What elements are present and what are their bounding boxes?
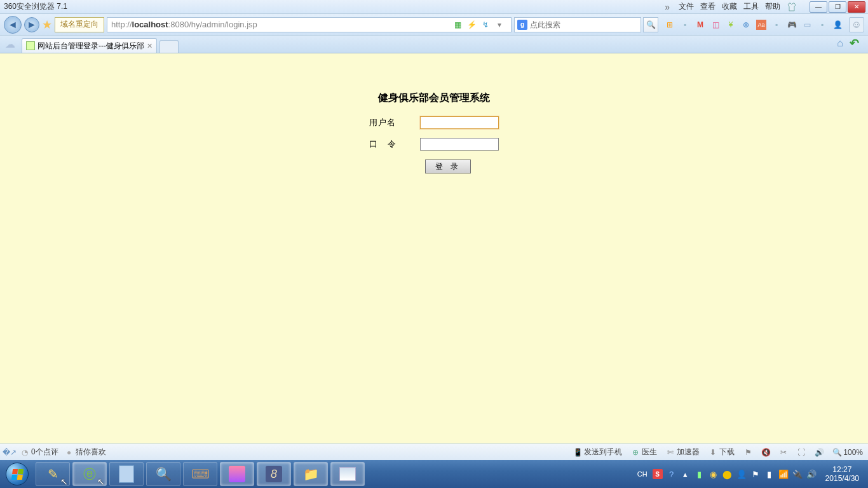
ext-net-icon[interactable]: ⊕: [741, 20, 751, 30]
status-left: �↗ ◔0个点评 ●猜你喜欢: [5, 447, 106, 458]
ext-m-icon[interactable]: M: [695, 20, 705, 30]
doctor-item[interactable]: ⊕医生: [631, 447, 657, 458]
menu-file[interactable]: 文件: [679, 1, 694, 12]
task-item-app2[interactable]: 8: [257, 462, 291, 486]
tray-clock[interactable]: 12:27 2015/4/30: [822, 465, 863, 484]
dropdown-icon[interactable]: ▾: [494, 20, 505, 30]
tray-shield-icon[interactable]: ⬤: [722, 469, 733, 479]
tray-help-icon[interactable]: ?: [667, 469, 677, 479]
password-label: 口 令: [369, 139, 420, 150]
task-item-explorer[interactable]: 📁: [294, 462, 328, 486]
menu-more-icon[interactable]: »: [665, 2, 670, 12]
tray-user-icon[interactable]: 👤: [736, 469, 747, 479]
profile-avatar[interactable]: ☺: [849, 17, 864, 32]
status-right: 📱发送到手机 ⊕医生 ✄加速器 ⬇下载 ⚑ 🔇 ✂ ⛶ 🔊 🔍100%: [573, 447, 863, 458]
tray-battery-icon[interactable]: ▮: [695, 469, 705, 479]
search-button[interactable]: 🔍: [643, 17, 658, 32]
restore-window-icon[interactable]: �↗: [5, 448, 14, 457]
ext-game-icon[interactable]: 🎮: [787, 20, 797, 30]
cloud-sync-icon[interactable]: ☁: [5, 37, 18, 50]
username-input[interactable]: [420, 116, 499, 129]
task-item-magnify[interactable]: 🔍: [146, 462, 180, 486]
windows-orb-icon: [6, 463, 29, 485]
lightning-icon[interactable]: ⚡: [466, 20, 477, 30]
ext-ad-icon[interactable]: Aa: [756, 20, 766, 30]
tray-sogou-icon[interactable]: S: [653, 469, 663, 479]
forward-button[interactable]: ►: [24, 17, 39, 32]
menu-help[interactable]: 帮助: [765, 1, 780, 12]
page-title: 健身俱乐部会员管理系统: [369, 92, 499, 105]
restore-button[interactable]: ❐: [829, 1, 846, 13]
undo-close-icon[interactable]: ↶: [850, 36, 859, 50]
expand-icon[interactable]: ⛶: [797, 448, 806, 457]
tab-close-icon[interactable]: ✕: [147, 42, 153, 50]
sep-icon-2: ▪: [771, 20, 782, 30]
menu-tools[interactable]: 工具: [743, 1, 759, 12]
taskbar-items: ✎↖ ⓔ↖ 🔍 ⌨ 8 📁: [36, 462, 365, 486]
flag-icon[interactable]: ⚑: [743, 448, 752, 457]
windows-taskbar: ✎↖ ⓔ↖ 🔍 ⌨ 8 📁 CH S ? ▴ ▮ ◉ ⬤ 👤 ⚑ ▮ 📶 🔌 🔊…: [0, 460, 868, 488]
window-controls: — ❐ ✕: [810, 1, 865, 13]
scissors-icon[interactable]: ✂: [779, 448, 788, 457]
comments-icon: ◔: [20, 448, 29, 457]
task-item-keyboard[interactable]: ⌨: [183, 462, 217, 486]
tab-active[interactable]: 网站后台管理登录---健身俱乐部 ✕: [22, 38, 157, 53]
menu-view[interactable]: 查看: [700, 1, 715, 12]
close-button[interactable]: ✕: [848, 1, 865, 13]
download-item[interactable]: ⬇下载: [709, 447, 735, 458]
qr-icon[interactable]: ▦: [452, 20, 463, 30]
url-extras: ▦ ⚡ ↯ ▾: [450, 20, 507, 30]
ext-cal-icon[interactable]: ◫: [710, 20, 721, 30]
tray-wifi-icon[interactable]: 📶: [778, 469, 789, 479]
apps-icon[interactable]: ⊞: [665, 20, 675, 30]
page-content: 健身俱乐部会员管理系统 用户名 口 令 登 录: [0, 53, 868, 444]
tray-up-icon[interactable]: ▴: [681, 469, 691, 479]
tray-flag-icon[interactable]: ⚑: [750, 469, 761, 479]
redirect-badge: 域名重定向: [55, 17, 104, 32]
search-box: g: [514, 17, 641, 32]
ime-indicator[interactable]: CH: [637, 470, 648, 478]
accelerator-item[interactable]: ✄加速器: [666, 447, 700, 458]
guess-item[interactable]: ●猜你喜欢: [65, 447, 106, 458]
tray-network-icon[interactable]: ▮: [764, 469, 775, 479]
start-button[interactable]: [3, 461, 32, 487]
task-item-calc[interactable]: [109, 462, 144, 486]
comments-item[interactable]: ◔0个点评: [20, 447, 58, 458]
minimize-button[interactable]: —: [810, 1, 827, 13]
zoom-item[interactable]: 🔍100%: [832, 448, 863, 457]
google-icon[interactable]: g: [517, 20, 527, 30]
tray-icons: S ? ▴ ▮ ◉ ⬤ 👤 ⚑ ▮ 📶 🔌 🔊: [653, 469, 817, 479]
mute-icon[interactable]: 🔇: [761, 448, 770, 457]
tray-360-icon[interactable]: ◉: [709, 469, 719, 479]
skin-icon[interactable]: [787, 2, 797, 12]
task-item-app1[interactable]: [220, 462, 254, 486]
new-tab-button[interactable]: [159, 40, 179, 53]
zoom-icon: 🔍: [832, 448, 841, 457]
task-item-browser[interactable]: ⓔ↖: [72, 462, 107, 486]
send-phone-item[interactable]: 📱发送到手机: [573, 447, 622, 458]
search-input[interactable]: [527, 20, 638, 29]
compat-icon[interactable]: ↯: [480, 20, 491, 30]
tab-title: 网站后台管理登录---健身俱乐部: [37, 41, 144, 51]
tab-favicon-icon: [26, 41, 35, 50]
browser-menu: » 文件 查看 收藏 工具 帮助 — ❐ ✕: [665, 1, 865, 13]
volume-icon[interactable]: 🔊: [815, 448, 824, 457]
doctor-icon: ⊕: [631, 448, 640, 457]
rocket-icon: ✄: [666, 448, 675, 457]
ext-user-icon[interactable]: 👤: [832, 20, 843, 30]
ext-box-icon[interactable]: ▭: [802, 20, 812, 30]
favorite-star-icon[interactable]: ★: [42, 18, 52, 32]
password-input[interactable]: [420, 138, 499, 151]
login-button[interactable]: 登 录: [425, 159, 471, 173]
address-bar[interactable]: http://localhost:8080/hy/admin/login.jsp…: [107, 17, 512, 32]
task-item-image[interactable]: [330, 462, 365, 486]
task-item-1[interactable]: ✎↖: [36, 462, 70, 486]
tray-volume-icon[interactable]: 🔊: [806, 469, 817, 479]
url-path: :8080/hy/admin/login.jsp: [168, 20, 257, 29]
back-button[interactable]: ◄: [4, 16, 22, 34]
home-icon[interactable]: ⌂: [837, 37, 843, 49]
ext-yen-icon[interactable]: ¥: [726, 20, 736, 30]
window-title: 360安全浏览器 7.1: [3, 1, 665, 12]
tray-power-icon[interactable]: 🔌: [792, 469, 803, 479]
menu-favorites[interactable]: 收藏: [722, 1, 737, 12]
